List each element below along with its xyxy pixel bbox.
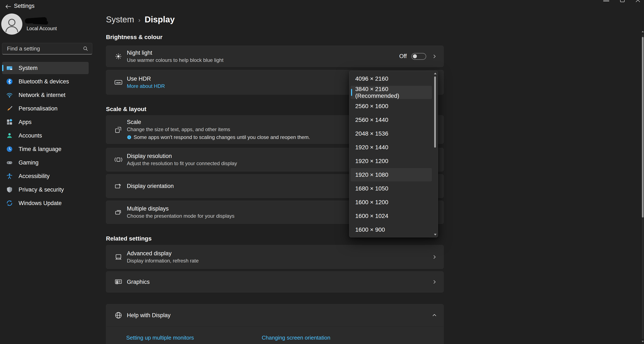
window-scrollbar-thumb[interactable] <box>642 37 644 217</box>
personalisation-icon <box>6 105 13 112</box>
scroll-down-arrow-icon[interactable] <box>434 234 436 235</box>
close-icon[interactable] <box>635 0 641 3</box>
avatar <box>1 14 22 35</box>
sidebar-item-accounts[interactable]: Accounts <box>2 129 89 142</box>
help-with-display-title: Help with Display <box>127 312 170 319</box>
breadcrumb: System › Display <box>106 15 175 24</box>
page-title: Display <box>144 15 174 24</box>
multiple-displays-icon <box>114 208 123 217</box>
resolution-option-label: 1600 × 1024 <box>355 213 388 219</box>
resolution-option-label: 1600 × 900 <box>355 226 385 233</box>
sidebar-item-apps[interactable]: Apps <box>2 116 89 128</box>
night-light-row[interactable]: Night light Use warmer colours to help b… <box>106 46 444 67</box>
sidebar-item-bluetooth-devices[interactable]: Bluetooth & devices <box>2 75 89 88</box>
help-with-display-header[interactable]: Help with Display <box>106 304 444 326</box>
gaming-icon <box>6 159 13 166</box>
night-light-toggle-label: Off <box>399 53 407 60</box>
resolution-option-3840-2160-recommended[interactable]: 3840 × 2160 (Recommended) <box>350 86 432 99</box>
resolution-option-label: 4096 × 2160 <box>355 75 388 82</box>
redacted-account-name <box>32 20 48 25</box>
chevron-up-icon[interactable] <box>432 312 437 318</box>
resolution-option-4096-2160[interactable]: 4096 × 2160 <box>350 72 432 85</box>
resolution-option-label: 1920 × 1200 <box>355 158 388 165</box>
resolution-option-label: 1920 × 1080 <box>355 171 388 178</box>
resolution-option-1600-1024[interactable]: 1600 × 1024 <box>350 209 432 223</box>
settings-window: Settings Local Account SystemBluetooth &… <box>0 0 644 344</box>
minimize-icon[interactable] <box>603 1 609 1</box>
sidebar-item-privacy-security[interactable]: Privacy & security <box>2 184 89 196</box>
search-icon[interactable] <box>83 46 88 51</box>
info-icon <box>127 135 132 140</box>
sidebar-item-gaming[interactable]: Gaming <box>2 156 89 169</box>
sidebar-nav: SystemBluetooth & devicesNetwork & inter… <box>2 62 89 211</box>
sidebar-item-personalisation[interactable]: Personalisation <box>2 102 89 115</box>
multiple-displays-title: Multiple displays <box>127 205 234 212</box>
resolution-option-2560-1600[interactable]: 2560 × 1600 <box>350 100 432 113</box>
use-hdr-title: Use HDR <box>127 76 165 82</box>
resolution-option-1600-1200[interactable]: 1600 × 1200 <box>350 196 432 209</box>
night-light-title: Night light <box>127 50 224 56</box>
resolution-option-1920-1200[interactable]: 1920 × 1200 <box>350 154 432 168</box>
account-type-label: Local Account <box>26 26 57 32</box>
resolution-option-1600-900[interactable]: 1600 × 900 <box>350 223 432 236</box>
resolution-option-1920-1440[interactable]: 1920 × 1440 <box>350 141 432 154</box>
search-input[interactable] <box>7 45 83 52</box>
breadcrumb-separator: › <box>138 16 140 24</box>
sidebar-item-label: Network & internet <box>18 92 66 98</box>
restore-icon[interactable] <box>620 0 624 2</box>
resolution-option-2560-1440[interactable]: 2560 × 1440 <box>350 113 432 127</box>
scale-subtitle: Change the size of text, apps, and other… <box>127 127 310 132</box>
display-resolution-subtitle: Adjust the resolution to fit your connec… <box>127 160 237 166</box>
sidebar-item-system[interactable]: System <box>2 62 89 74</box>
privacy-icon <box>6 186 13 193</box>
help-link-screen-orientation[interactable]: Changing screen orientation <box>262 334 330 341</box>
resolution-option-label: 3840 × 2160 (Recommended) <box>355 86 432 99</box>
more-about-hdr-link[interactable]: More about HDR <box>127 83 165 89</box>
dropdown-scrollbar-thumb[interactable] <box>434 77 436 148</box>
sidebar-item-accessibility[interactable]: Accessibility <box>2 170 89 182</box>
search-box[interactable] <box>2 43 92 55</box>
breadcrumb-parent[interactable]: System <box>106 15 134 24</box>
resolution-option-1920-1080[interactable]: 1920 × 1080 <box>350 168 432 181</box>
network-icon <box>6 91 13 99</box>
chevron-right-icon <box>432 279 437 285</box>
sidebar-item-label: Windows Update <box>18 200 62 207</box>
system-icon <box>6 64 13 72</box>
scroll-up-arrow-icon[interactable] <box>434 73 436 74</box>
sidebar-item-time-language[interactable]: Time & language <box>2 143 89 155</box>
help-link-multiple-monitors[interactable]: Setting up multiple monitors <box>126 334 194 341</box>
sidebar-item-label: Accounts <box>18 132 42 139</box>
dropdown-scrollbar[interactable] <box>433 72 437 236</box>
resolution-option-2048-1536[interactable]: 2048 × 1536 <box>350 127 432 140</box>
sidebar-item-windows-update[interactable]: Windows Update <box>2 197 89 209</box>
scroll-down-arrow-icon[interactable] <box>642 341 644 342</box>
sidebar-item-label: Apps <box>18 119 32 125</box>
sidebar-item-label: Time & language <box>18 146 62 152</box>
advanced-display-icon <box>114 253 123 261</box>
sidebar-item-label: Bluetooth & devices <box>18 78 69 85</box>
accessibility-icon <box>6 173 13 180</box>
windows-update-icon <box>6 200 13 207</box>
sidebar-item-network-internet[interactable]: Network & internet <box>2 89 89 101</box>
scroll-up-arrow-icon[interactable] <box>642 31 644 32</box>
graphics-row[interactable]: Graphics <box>106 271 444 292</box>
advanced-display-row[interactable]: Advanced display Display information, re… <box>106 245 444 269</box>
back-button[interactable] <box>4 3 13 11</box>
sidebar-item-label: System <box>18 65 38 71</box>
sidebar-item-label: Privacy & security <box>18 186 64 193</box>
night-light-toggle[interactable] <box>412 53 426 60</box>
chevron-right-icon <box>432 254 437 260</box>
resolution-option-label: 2048 × 1536 <box>355 130 388 137</box>
advanced-display-subtitle: Display information, refresh rate <box>127 258 198 264</box>
time-language-icon <box>6 146 13 153</box>
window-scrollbar[interactable] <box>642 30 644 344</box>
bluetooth-icon <box>6 78 13 85</box>
sidebar-item-label: Accessibility <box>18 173 50 179</box>
help-with-display-card: Help with Display Setting up multiple mo… <box>106 304 444 344</box>
chevron-right-icon[interactable] <box>432 54 437 59</box>
graphics-icon <box>114 277 123 286</box>
help-globe-icon <box>114 311 123 320</box>
display-orientation-icon <box>114 182 123 190</box>
resolution-option-1680-1050[interactable]: 1680 × 1050 <box>350 182 432 195</box>
resolution-option-label: 1920 × 1440 <box>355 144 388 151</box>
